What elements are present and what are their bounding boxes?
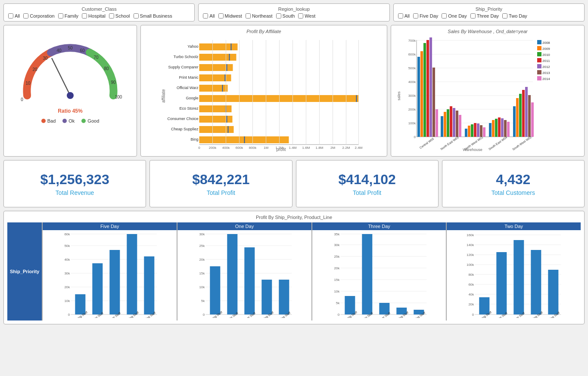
svg-text:sales: sales xyxy=(397,91,401,101)
kpi-customers-value: 4,432 xyxy=(496,172,530,188)
warehouse-svg: 2008 2009 2010 2011 2012 2013 2014 sales… xyxy=(395,36,581,152)
filter-all-region[interactable]: All xyxy=(203,13,215,18)
svg-text:800k: 800k xyxy=(249,146,257,150)
filter-west[interactable]: West xyxy=(298,13,315,18)
svg-rect-129 xyxy=(519,94,522,137)
svg-text:South East W04: South East W04 xyxy=(488,136,508,151)
svg-rect-120 xyxy=(492,120,495,137)
filter-all-ship[interactable]: All xyxy=(398,13,410,18)
svg-text:10k: 10k xyxy=(199,285,205,289)
svg-rect-107 xyxy=(453,108,455,137)
svg-rect-103 xyxy=(441,116,443,137)
svg-text:80: 80 xyxy=(104,66,109,71)
bar-turbo xyxy=(199,54,236,61)
ok-dot xyxy=(62,119,67,123)
filter-small-business[interactable]: Small Business xyxy=(134,13,172,18)
svg-rect-67 xyxy=(537,52,541,56)
bottom-title: Profit By Ship_Priority, Product_Line xyxy=(7,215,581,220)
filter-two-day[interactable]: Two Day xyxy=(502,13,527,18)
svg-rect-100 xyxy=(432,68,435,137)
svg-rect-152 xyxy=(110,250,120,314)
svg-rect-150 xyxy=(75,294,86,314)
two-day-chart: 0 20k 40k 60k 80k 100k 120k 140k 160k xyxy=(447,230,581,321)
ship-priority-filter: Ship_Priority All Five Day One Day Three… xyxy=(393,3,585,22)
bar-consumer xyxy=(199,116,233,123)
kpi-total-profit2: $414,102 Total Profit xyxy=(296,160,439,207)
filter-school[interactable]: School xyxy=(109,13,130,18)
svg-rect-154 xyxy=(144,256,155,314)
svg-text:affiliate: affiliate xyxy=(161,89,166,103)
svg-text:Bing: Bing xyxy=(190,137,198,142)
svg-text:60k: 60k xyxy=(469,283,475,287)
svg-text:2014: 2014 xyxy=(542,77,550,81)
svg-rect-200 xyxy=(345,296,355,314)
svg-text:15k: 15k xyxy=(334,278,340,282)
svg-text:30k: 30k xyxy=(334,243,340,247)
svg-text:5k: 5k xyxy=(201,299,205,303)
svg-text:200k: 200k xyxy=(209,146,217,150)
charts-row: 0 10 20 30 40 50 60 70 80 90 100 Ratio 4… xyxy=(3,25,585,157)
svg-text:600k: 600k xyxy=(408,52,416,56)
region-options: All Midwest Northeast South West xyxy=(203,13,385,18)
two-day-section: Two Day 0 20k 40k 60k 80k 100k 120k 140k… xyxy=(446,222,581,321)
svg-text:30k: 30k xyxy=(65,271,71,275)
filter-one-day[interactable]: One Day xyxy=(442,13,467,18)
svg-rect-174 xyxy=(210,266,220,314)
filter-family[interactable]: Family xyxy=(58,13,78,18)
filter-south[interactable]: South xyxy=(276,13,295,18)
svg-text:20: 20 xyxy=(32,67,37,72)
svg-text:2010: 2010 xyxy=(542,53,550,57)
one-day-section: One Day 0 5k 10k 15k 20k 25k 30k xyxy=(177,222,311,321)
svg-text:600k: 600k xyxy=(236,146,243,150)
svg-text:25k: 25k xyxy=(199,244,205,248)
svg-rect-121 xyxy=(495,119,498,137)
one-day-svg: 0 5k 10k 15k 20k 25k 30k xyxy=(179,232,310,318)
svg-text:0: 0 xyxy=(68,313,70,317)
priority-charts: Five Day 0 10k 20k 30k 40k 50k 60k xyxy=(42,222,581,321)
svg-text:10: 10 xyxy=(25,81,31,86)
two-day-header: Two Day xyxy=(447,222,581,230)
kpi-profit2-label: Total Profit xyxy=(353,189,381,196)
profit-affiliate-title: Profit By Affiliate xyxy=(144,29,383,34)
legend-bad: Bad xyxy=(41,118,56,123)
svg-rect-130 xyxy=(522,90,525,137)
svg-text:300k: 300k xyxy=(408,94,416,98)
filter-five-day[interactable]: Five Day xyxy=(413,13,438,18)
legend-good: Good xyxy=(81,118,99,123)
svg-text:500k: 500k xyxy=(408,66,416,70)
svg-text:Supply Comparer: Supply Comparer xyxy=(168,65,198,69)
svg-rect-176 xyxy=(244,247,255,314)
svg-text:10k: 10k xyxy=(65,299,71,303)
profit-affiliate-chart: Profit By Affiliate affiliate profit Yah… xyxy=(140,25,387,157)
svg-text:2012: 2012 xyxy=(542,65,550,69)
svg-text:40k: 40k xyxy=(469,293,475,296)
kpi-total-revenue: $1,256,323 Total Revenue xyxy=(3,160,146,207)
svg-rect-112 xyxy=(468,126,470,137)
svg-text:1M: 1M xyxy=(264,146,268,150)
filter-hospital[interactable]: Hospital xyxy=(82,13,106,18)
svg-text:50k: 50k xyxy=(65,244,71,248)
svg-text:400k: 400k xyxy=(408,80,416,84)
good-label: Good xyxy=(87,118,99,123)
svg-text:0: 0 xyxy=(414,135,416,139)
filter-northeast[interactable]: Northeast xyxy=(246,13,273,18)
filter-midwest[interactable]: Midwest xyxy=(218,13,242,18)
one-day-header: One Day xyxy=(177,222,311,230)
svg-text:Ratio 45%: Ratio 45% xyxy=(58,108,83,114)
bottom-chart: Profit By Ship_Priority, Product_Line Sh… xyxy=(3,211,585,324)
filter-three-day[interactable]: Three Day xyxy=(470,13,499,18)
region-filter: Region_lookup All Midwest Northeast Sout… xyxy=(198,3,389,22)
kpi-profit-value: $842,221 xyxy=(192,172,249,188)
svg-text:10k: 10k xyxy=(334,290,340,293)
svg-text:North East W03: North East W03 xyxy=(440,136,459,151)
svg-text:2011: 2011 xyxy=(542,59,550,63)
filter-all-cc[interactable]: All xyxy=(8,13,20,18)
svg-text:90: 90 xyxy=(111,80,116,85)
bar-print xyxy=(199,74,231,81)
svg-rect-122 xyxy=(498,117,501,137)
svg-rect-124 xyxy=(504,120,507,137)
svg-text:25k: 25k xyxy=(334,255,340,259)
svg-rect-63 xyxy=(537,40,541,44)
filter-corporation[interactable]: Corporation xyxy=(23,13,54,18)
svg-text:400k: 400k xyxy=(222,146,230,150)
